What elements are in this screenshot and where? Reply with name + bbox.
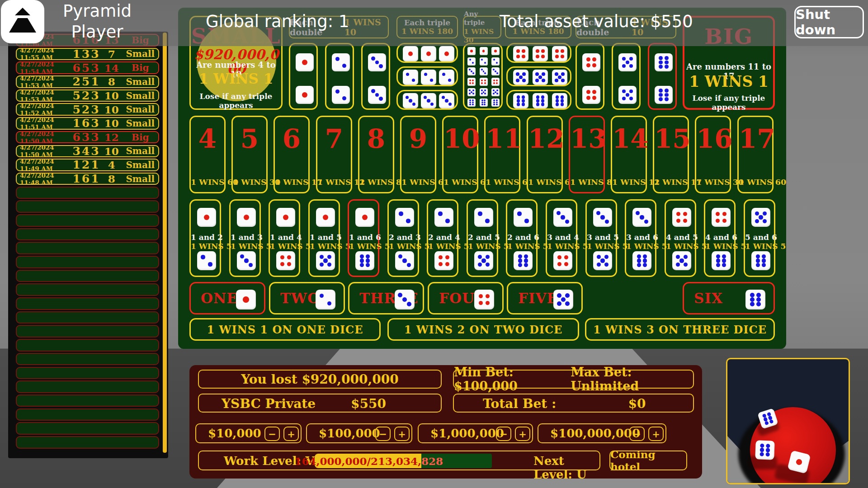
bet-number-10[interactable]: 101 WINS 6 <box>442 116 478 193</box>
die-pip <box>597 263 601 267</box>
bet-number-9[interactable]: 91 WINS 6 <box>400 116 436 193</box>
die-pip <box>302 92 307 98</box>
bet-number-16[interactable]: 161 WINS 30 <box>695 116 731 193</box>
die-pip <box>407 263 411 267</box>
bet-combo-2-6[interactable]: 2 and 61 WINS 5 <box>506 199 538 277</box>
history-combo: 653 <box>72 61 101 75</box>
decrease-bet-button[interactable]: − <box>496 427 511 441</box>
shutdown-button[interactable]: Shut down <box>794 6 864 38</box>
bet-combo-3-6[interactable]: 3 and 61 WINS 5 <box>625 199 656 277</box>
die-pip <box>448 79 451 82</box>
history-combo: 163 <box>72 117 101 130</box>
die-2 <box>514 208 533 227</box>
bet-combo-3-5[interactable]: 3 and 51 WINS 5 <box>585 199 617 277</box>
big-note-text: Lose if any triple appears <box>684 94 773 112</box>
increase-bet-button[interactable]: + <box>394 427 410 441</box>
bet-combo-1-4[interactable]: 1 and 41 WINS 5 <box>269 199 300 277</box>
history-scrollbar-thumb[interactable] <box>163 33 167 453</box>
combo-odds: 1 WINS 5 <box>745 242 774 251</box>
bet-double-2[interactable] <box>325 43 354 110</box>
bet-triple-6[interactable] <box>506 90 571 110</box>
die-pip <box>684 263 688 267</box>
bet-combo-1-2[interactable]: 1 and 21 WINS 5 <box>189 199 221 277</box>
die-pip <box>323 258 327 263</box>
die-pip <box>406 96 409 99</box>
bet-combo-3-4[interactable]: 3 and 41 WINS 5 <box>546 199 577 277</box>
bet-triple-2[interactable] <box>396 66 458 86</box>
small-note-text: Lose if any triple appears <box>191 92 281 110</box>
bet-combo-1-6[interactable]: 1 and 61 WINS 5 <box>348 199 379 277</box>
die-pip <box>493 103 495 105</box>
die-pip <box>516 72 519 75</box>
decrease-bet-button[interactable]: − <box>629 427 645 441</box>
combo-label: 1 and 2 <box>191 233 220 242</box>
bet-number-14[interactable]: 141 WINS 12 <box>611 116 647 193</box>
bet-number-12[interactable]: 121 WINS 6 <box>527 116 563 193</box>
bet-number-17[interactable]: 171 WINS 60 <box>737 116 774 193</box>
die-pip <box>644 220 648 224</box>
die-pip <box>522 103 525 106</box>
bet-double-3[interactable] <box>361 43 390 110</box>
bet-number-7[interactable]: 71 WINS 12 <box>316 116 352 193</box>
die-pip <box>379 64 383 68</box>
die-3 <box>467 67 476 75</box>
number-value: 9 <box>401 123 435 154</box>
die-6 <box>655 53 673 71</box>
die-pip <box>481 93 483 94</box>
die-pip <box>750 297 755 302</box>
bet-triple-5[interactable] <box>506 66 571 86</box>
bet-number-4[interactable]: 41 WINS 60 <box>189 116 226 193</box>
number-odds: 1 WINS 60 <box>191 178 224 187</box>
increase-bet-button[interactable]: + <box>515 427 530 441</box>
increase-bet-button[interactable]: + <box>283 427 299 441</box>
decrease-bet-button[interactable]: − <box>264 427 280 441</box>
bet-double-4[interactable] <box>576 43 604 110</box>
app-logo[interactable] <box>1 0 44 43</box>
bet-combo-2-4[interactable]: 2 and 41 WINS 5 <box>427 199 458 277</box>
bet-number-13[interactable]: 131 WINS 8 <box>569 116 605 193</box>
total-bet-label: Total Bet : <box>483 396 556 411</box>
bet-combo-1-5[interactable]: 1 and 51 WINS 5 <box>308 199 340 277</box>
bet-single-five[interactable]: FIVE <box>507 282 583 314</box>
bet-combo-5-6[interactable]: 5 and 61 WINS 5 <box>744 199 775 277</box>
die-pip <box>484 82 486 84</box>
bet-combo-4-5[interactable]: 4 and 51 WINS 5 <box>665 199 696 277</box>
die-pip <box>622 64 626 68</box>
die-4 <box>582 86 600 104</box>
bet-double-5[interactable] <box>612 43 641 110</box>
die-2 <box>332 86 350 104</box>
die-pip <box>493 59 495 61</box>
bet-double-6[interactable] <box>648 43 677 110</box>
bet-any-triple[interactable] <box>463 43 503 110</box>
bet-single-four[interactable]: FOUR <box>428 282 504 314</box>
decrease-bet-button[interactable]: − <box>375 427 391 441</box>
dice-bowl-panel[interactable] <box>726 358 850 484</box>
level-progress-bar: 164,000,000/213,034, 828 <box>315 454 492 468</box>
bet-single-two[interactable]: TWO <box>269 282 345 314</box>
bet-number-15[interactable]: 151 WINS 17 <box>653 116 689 193</box>
combo-label: 3 and 5 <box>587 233 616 242</box>
bet-triple-3[interactable] <box>396 90 458 110</box>
bet-single-one[interactable]: ONE <box>189 282 265 314</box>
history-result: Small <box>123 48 158 59</box>
die-pip <box>478 211 482 216</box>
history-time: 4/27/2024 11:51 AM <box>20 116 72 131</box>
history-row-empty <box>16 270 159 282</box>
bet-single-three[interactable]: THREE <box>348 282 424 314</box>
bet-number-5[interactable]: 51 WINS 30 <box>231 116 268 193</box>
die-pip <box>586 96 590 100</box>
bet-double-1[interactable] <box>289 43 318 110</box>
bet-number-6[interactable]: 61 WINS 17 <box>274 116 310 193</box>
bet-number-8[interactable]: 81 WINS 8 <box>358 116 394 193</box>
coming-hotel-button[interactable]: Coming hotel <box>609 450 687 470</box>
bet-combo-2-5[interactable]: 2 and 51 WINS 5 <box>467 199 498 277</box>
bet-combo-2-3[interactable]: 2 and 31 WINS 5 <box>387 199 419 277</box>
number-value: 6 <box>275 123 308 154</box>
bet-combo-1-3[interactable]: 1 and 31 WINS 5 <box>229 199 261 277</box>
bet-combo-4-6[interactable]: 4 and 61 WINS 5 <box>704 199 736 277</box>
bet-single-six[interactable]: SIX <box>683 282 775 314</box>
increase-bet-button[interactable]: + <box>648 427 664 441</box>
die-pip <box>484 72 486 74</box>
die-pip <box>518 263 522 267</box>
bet-number-11[interactable]: 111 WINS 6 <box>484 116 520 193</box>
